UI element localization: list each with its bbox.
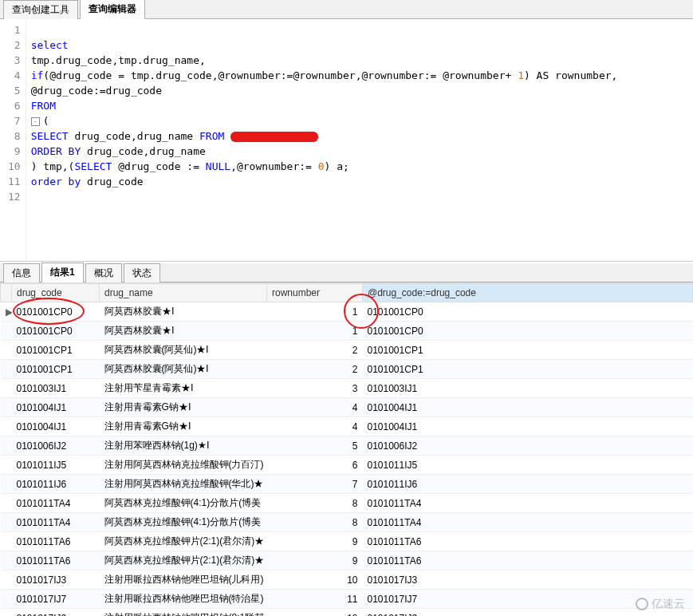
table-row[interactable]: 0101011TA4阿莫西林克拉维酸钾(4:1)分散片(博美80101011TA…	[1, 513, 693, 532]
row-pointer	[1, 532, 12, 551]
cell-assign[interactable]: 0101004IJ1	[363, 417, 693, 436]
cell-drug-code[interactable]: 0101017IJ3	[12, 571, 100, 590]
cell-drug-code[interactable]: 0101003IJ1	[12, 379, 100, 398]
cell-rownumber[interactable]: 2	[267, 341, 363, 360]
fold-icon[interactable]: -	[31, 117, 40, 126]
cell-drug-code[interactable]: 0101001CP0	[12, 322, 100, 341]
cell-rownumber[interactable]: 5	[267, 436, 363, 456]
cell-rownumber[interactable]: 4	[267, 417, 363, 436]
cell-drug-code[interactable]: 0101004IJ1	[12, 417, 100, 436]
cell-assign[interactable]: 0101011IJ6	[363, 475, 693, 494]
cell-drug-code[interactable]: 0101017IJ9	[12, 609, 100, 617]
table-row[interactable]: 0101017IJ7注射用哌拉西林钠他唑巴坦钠(特治星)110101017IJ7	[1, 590, 693, 609]
cell-drug-code[interactable]: 0101011TA6	[12, 551, 100, 571]
cell-rownumber[interactable]: 9	[267, 532, 363, 551]
cell-rownumber[interactable]: 3	[267, 379, 363, 398]
table-row[interactable]: 0101001CP1阿莫西林胶囊(阿莫仙)★Ⅰ20101001CP1	[1, 360, 693, 379]
cell-rownumber[interactable]: 1	[267, 302, 363, 322]
cell-assign[interactable]: 0101017IJ3	[363, 571, 693, 590]
tab-result1[interactable]: 结果1	[41, 263, 84, 282]
cell-drug-name[interactable]: 阿莫西林胶囊★Ⅰ	[100, 302, 267, 322]
cell-drug-name[interactable]: 注射用苯唑西林钠(1g)★Ⅰ	[100, 436, 267, 456]
cell-drug-code[interactable]: 0101017IJ7	[12, 590, 100, 609]
cell-drug-name[interactable]: 阿莫西林克拉维酸钾(4:1)分散片(博美	[100, 494, 267, 513]
cell-assign[interactable]: 0101001CP0	[363, 322, 693, 341]
table-row[interactable]: 0101011TA6阿莫西林克拉维酸钾片(2:1)(君尔清)★90101011T…	[1, 532, 693, 551]
cell-drug-code[interactable]: 0101001CP1	[12, 341, 100, 360]
table-row[interactable]: 0101011IJ6注射用阿莫西林钠克拉维酸钾(华北)★70101011IJ6	[1, 475, 693, 494]
cell-drug-name[interactable]: 注射用苄星青霉素★Ⅰ	[100, 379, 267, 398]
cell-drug-code[interactable]: 0101011TA6	[12, 532, 100, 551]
cell-drug-code[interactable]: 0101011IJ5	[12, 456, 100, 475]
table-row[interactable]: ▶0101001CP0阿莫西林胶囊★Ⅰ10101001CP0	[1, 302, 693, 322]
cell-rownumber[interactable]: 9	[267, 551, 363, 571]
cell-assign[interactable]: 0101011TA6	[363, 551, 693, 571]
cell-drug-name[interactable]: 阿莫西林克拉维酸钾片(2:1)(君尔清)★	[100, 551, 267, 571]
cell-rownumber[interactable]: 8	[267, 494, 363, 513]
cell-rownumber[interactable]: 6	[267, 456, 363, 475]
col-drug-code[interactable]: drug_code	[12, 284, 100, 302]
table-row[interactable]: 0101001CP1阿莫西林胶囊(阿莫仙)★Ⅰ20101001CP1	[1, 341, 693, 360]
cell-assign[interactable]: 0101011TA4	[363, 494, 693, 513]
cell-rownumber[interactable]: 8	[267, 513, 363, 532]
table-row[interactable]: 0101003IJ1注射用苄星青霉素★Ⅰ30101003IJ1	[1, 379, 693, 398]
cell-rownumber[interactable]: 7	[267, 475, 363, 494]
tab-query-editor[interactable]: 查询编辑器	[80, 0, 145, 19]
cell-rownumber[interactable]: 11	[267, 590, 363, 609]
cell-drug-code[interactable]: 0101006IJ2	[12, 436, 100, 456]
code-area[interactable]: select tmp.drug_code,tmp.drug_name, if(@…	[26, 19, 693, 261]
tab-query-builder[interactable]: 查询创建工具	[3, 0, 78, 19]
cell-assign[interactable]: 0101004IJ1	[363, 398, 693, 417]
cell-drug-name[interactable]: 注射用哌拉西林钠他唑巴坦钠(特治星)	[100, 590, 267, 609]
cell-drug-name[interactable]: 阿莫西林克拉维酸钾(4:1)分散片(博美	[100, 513, 267, 532]
cell-drug-name[interactable]: 阿莫西林胶囊(阿莫仙)★Ⅰ	[100, 360, 267, 379]
col-drug-name[interactable]: drug_name	[100, 284, 267, 302]
table-row[interactable]: 0101004IJ1注射用青霉素G钠★Ⅰ40101004IJ1	[1, 417, 693, 436]
cell-rownumber[interactable]: 2	[267, 360, 363, 379]
cell-drug-name[interactable]: 注射用青霉素G钠★Ⅰ	[100, 398, 267, 417]
cell-assign[interactable]: 0101001CP1	[363, 341, 693, 360]
table-row[interactable]: 0101011TA4阿莫西林克拉维酸钾(4:1)分散片(博美80101011TA…	[1, 494, 693, 513]
cell-drug-name[interactable]: 阿莫西林克拉维酸钾片(2:1)(君尔清)★	[100, 532, 267, 551]
tab-status[interactable]: 状态	[124, 263, 160, 282]
cell-drug-name[interactable]: 注射用阿莫西林钠克拉维酸钾(华北)★	[100, 475, 267, 494]
table-row[interactable]: 0101006IJ2注射用苯唑西林钠(1g)★Ⅰ50101006IJ2	[1, 436, 693, 456]
cell-drug-code[interactable]: 0101011TA4	[12, 513, 100, 532]
cell-rownumber[interactable]: 4	[267, 398, 363, 417]
row-pointer	[1, 379, 12, 398]
table-row[interactable]: 0101017IJ3注射用哌拉西林钠他唑巴坦钠(儿科用)100101017IJ3	[1, 571, 693, 590]
cell-drug-name[interactable]: 注射用青霉素G钠★Ⅰ	[100, 417, 267, 436]
table-row[interactable]: 0101017IJ9注射用哌拉西林钠他唑巴坦钠(8:1联邦120101017IJ…	[1, 609, 693, 617]
cell-rownumber[interactable]: 10	[267, 571, 363, 590]
cell-drug-code[interactable]: 0101001CP0	[12, 302, 100, 322]
cell-assign[interactable]: 0101011TA4	[363, 513, 693, 532]
table-row[interactable]: 0101011TA6阿莫西林克拉维酸钾片(2:1)(君尔清)★90101011T…	[1, 551, 693, 571]
cell-drug-code[interactable]: 0101004IJ1	[12, 398, 100, 417]
cell-assign[interactable]: 0101001CP0	[363, 302, 693, 322]
cell-drug-name[interactable]: 阿莫西林胶囊(阿莫仙)★Ⅰ	[100, 341, 267, 360]
cell-drug-code[interactable]: 0101001CP1	[12, 360, 100, 379]
col-rownumber[interactable]: rownumber	[267, 284, 363, 302]
col-drug-code-assign[interactable]: @drug_code:=drug_code	[363, 284, 693, 302]
row-pointer	[1, 609, 12, 617]
cell-assign[interactable]: 0101003IJ1	[363, 379, 693, 398]
tab-info[interactable]: 信息	[3, 263, 40, 282]
cell-drug-name[interactable]: 注射用哌拉西林钠他唑巴坦钠(8:1联邦	[100, 609, 267, 617]
cell-drug-name[interactable]: 注射用哌拉西林钠他唑巴坦钠(儿科用)	[100, 571, 267, 590]
cell-assign[interactable]: 0101001CP1	[363, 360, 693, 379]
cell-rownumber[interactable]: 1	[267, 322, 363, 341]
cell-drug-code[interactable]: 0101011TA4	[12, 494, 100, 513]
table-row[interactable]: 0101011IJ5注射用阿莫西林钠克拉维酸钾(力百汀)60101011IJ5	[1, 456, 693, 475]
table-row[interactable]: 0101004IJ1注射用青霉素G钠★Ⅰ40101004IJ1	[1, 398, 693, 417]
results-grid[interactable]: drug_code drug_name rownumber @drug_code…	[0, 282, 693, 616]
sql-editor[interactable]: 1 2 3 4 5 6 7 8 9 10 11 12 select tmp.dr…	[0, 19, 693, 262]
table-row[interactable]: 0101001CP0阿莫西林胶囊★Ⅰ10101001CP0	[1, 322, 693, 341]
cell-drug-name[interactable]: 注射用阿莫西林钠克拉维酸钾(力百汀)	[100, 456, 267, 475]
cell-assign[interactable]: 0101006IJ2	[363, 436, 693, 456]
cell-assign[interactable]: 0101011TA6	[363, 532, 693, 551]
tab-profile[interactable]: 概况	[85, 263, 122, 282]
cell-assign[interactable]: 0101011IJ5	[363, 456, 693, 475]
cell-rownumber[interactable]: 12	[267, 609, 363, 617]
cell-drug-name[interactable]: 阿莫西林胶囊★Ⅰ	[100, 322, 267, 341]
cell-drug-code[interactable]: 0101011IJ6	[12, 475, 100, 494]
